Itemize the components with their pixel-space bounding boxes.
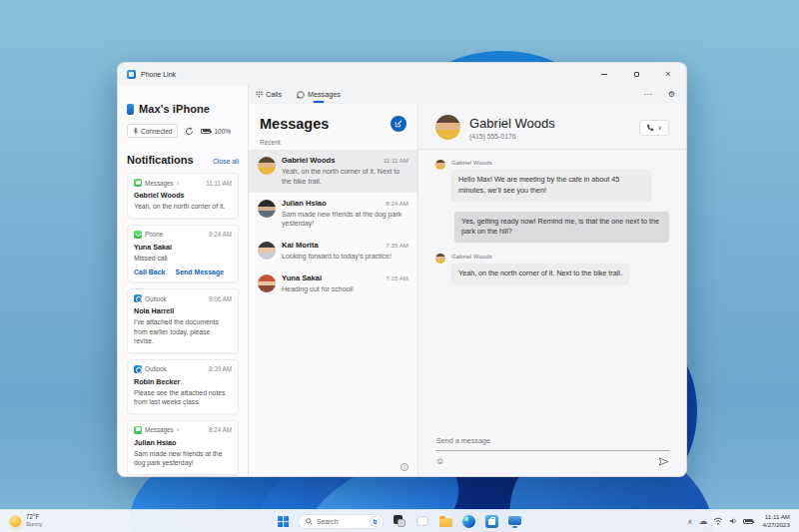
chat-app-icon[interactable] [415,514,429,528]
compose-icon [395,120,402,128]
notifications-title: Notifications [127,154,194,166]
notification-sender: Julian Hsiao [134,438,232,447]
recent-section-label: Recent [249,132,417,150]
tab-calls-label: Calls [266,90,282,99]
notification-card[interactable]: Messages › 11:11 AM Gabriel Woods Yeah, … [127,173,239,219]
minimize-button[interactable] [599,69,609,79]
thread-contact-name: Gabriel Woods [282,156,335,165]
task-view-button[interactable] [393,514,406,528]
maximize-button[interactable] [631,69,641,79]
message-sender-label: Gabriel Woods [451,253,629,260]
thread-time: 7:35 AM [386,242,408,249]
wifi-icon[interactable] [713,517,723,525]
hidden-icons-chevron[interactable]: ∧ [687,518,692,525]
device-header[interactable]: Max's iPhone [127,103,239,115]
close-button[interactable]: × [663,69,673,79]
iphone-icon [127,104,134,115]
send-icon[interactable] [658,457,669,466]
notification-action-link[interactable]: Send Message [176,268,225,275]
message-bubble[interactable]: Hello Max! We are meeting by the cafe in… [451,170,651,202]
desktop: Phone Link × Max's iPhone Connected [0,0,799,532]
edge-browser-icon[interactable] [461,514,475,528]
battery-tray-icon[interactable] [743,519,753,524]
weather-condition: Sunny [26,521,42,528]
info-icon[interactable]: i [400,463,408,471]
app-icon [134,179,142,187]
sun-icon [10,516,21,527]
notification-app-name: Phone [145,231,163,238]
notification-card[interactable]: Messages › 8:24 AM Julian Hsiao Sam made… [127,420,239,475]
tab-calls[interactable]: Calls [256,85,282,104]
avatar [258,200,276,218]
message-bubble[interactable]: Yes, getting ready now! Remind me, is th… [454,212,669,244]
thread-contact-name: Kai Morita [282,241,319,250]
notification-time: 9:24 AM [209,231,232,238]
search-input[interactable] [317,518,363,525]
thread-list-item[interactable]: Julian Hsiao 8:24 AM Sam made new friend… [249,193,417,236]
notification-app-name: Messages [145,426,174,433]
incoming-message: Gabriel Woods Yeah, on the north corner … [435,253,669,284]
notification-sender: Nola Harrell [134,306,232,315]
start-button[interactable] [278,516,289,527]
settings-gear-icon[interactable]: ⚙ [668,90,675,99]
notification-body: Yeah, on the north corner of it. [134,202,232,212]
notification-time: 11:11 AM [206,180,232,187]
connection-status-badge: Connected [127,124,178,138]
thread-contact-name: Julian Hsiao [282,199,327,208]
clock-date: 4/27/2023 [762,521,790,529]
notification-action-link[interactable]: Call Back [134,268,166,275]
notification-body: Please see the attached notes from last … [134,388,232,407]
bluetooth-icon [133,127,138,135]
message-bubble[interactable]: Yeah, on the north corner of it. Next to… [451,264,629,284]
close-all-link[interactable]: Close all [213,158,239,165]
contact-number: (415) 555-0176 [469,133,555,140]
dialpad-icon [256,91,263,98]
notification-sender: Gabriel Woods [134,191,232,200]
message-composer: ☺ [418,429,686,476]
notification-actions: Call BackSend Message [134,268,232,275]
onedrive-cloud-icon[interactable]: ☁ [698,516,707,526]
battery-level: 100% [214,128,231,135]
notification-app-name: Outlook [145,295,167,302]
phone-link-taskbar-icon[interactable] [507,514,521,528]
title-bar[interactable]: Phone Link × [118,63,686,85]
chevron-right-icon: › [177,180,179,187]
notification-body: Missed call [134,254,232,264]
thread-list-item[interactable]: Kai Morita 7:35 AM Looking forward to to… [249,235,417,267]
thread-list-item[interactable]: Yuna Sakai 7:15 AM Heading out for schoo… [249,267,417,300]
call-button[interactable]: ∨ [639,120,669,136]
phone-link-app-icon [127,70,136,79]
volume-icon[interactable] [729,517,737,525]
phone-call-icon [646,124,654,132]
file-explorer-icon[interactable] [438,514,452,528]
notification-card[interactable]: Outlook 9:06 AM Nola Harrell I've attach… [127,288,239,353]
notifications-list: Messages › 11:11 AM Gabriel Woods Yeah, … [127,173,239,476]
chevron-down-icon: ∨ [658,124,662,131]
bing-icon[interactable]: b [370,516,381,527]
emoji-picker-button[interactable]: ☺ [435,457,444,466]
notification-card[interactable]: Phone 9:24 AM Yuna Sakai Missed call Cal… [127,225,239,283]
window-title: Phone Link [141,71,176,78]
taskbar-clock[interactable]: 11:11 AM 4/27/2023 [762,513,790,529]
weather-widget[interactable]: 72°F Sunny [0,513,42,528]
refresh-icon[interactable] [185,127,194,136]
notification-card[interactable]: Outlook 8:39 AM Robin Becker Please see … [127,359,239,414]
clock-time: 11:11 AM [762,513,790,521]
battery-icon [201,129,211,134]
thread-preview: Heading out for school! [282,284,408,294]
sender-avatar [435,254,445,264]
new-message-button[interactable] [391,116,406,132]
notification-app-name: Messages [145,180,174,187]
search-icon [306,518,313,525]
notification-app-name: Outlook [145,365,167,372]
message-input[interactable] [435,433,669,451]
thread-list: Gabriel Woods 11:11 AM Yeah, on the nort… [249,150,417,300]
microsoft-store-icon[interactable] [484,514,498,528]
more-options-button[interactable]: ⋯ [644,90,653,99]
tab-messages[interactable]: Messages [297,85,341,104]
thread-preview: Sam made new friends at the dog park yes… [282,210,408,230]
taskbar-search[interactable]: b [298,514,384,529]
chevron-right-icon: › [177,426,179,433]
thread-list-item[interactable]: Gabriel Woods 11:11 AM Yeah, on the nort… [249,150,417,193]
app-icon [134,365,142,373]
